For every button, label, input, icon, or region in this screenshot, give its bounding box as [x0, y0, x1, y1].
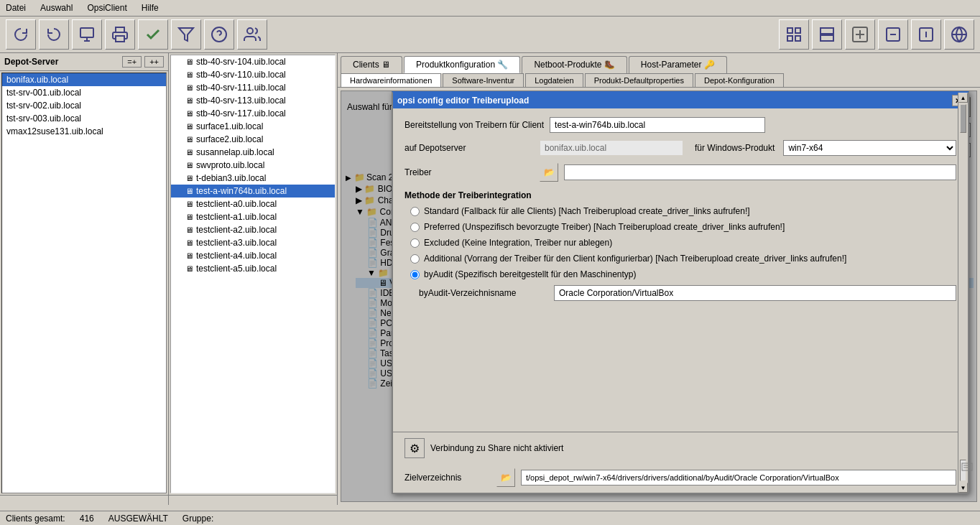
client-item-3[interactable]: 🖥stb-40-srv-113.uib.local: [171, 94, 335, 107]
modal-driver-row: Treiber 📂: [405, 163, 956, 182]
client-icon-6: 🖥: [185, 135, 193, 144]
client-item-16[interactable]: 🖥testclient-a5.uib.local: [171, 262, 335, 275]
client-icon-7: 🖥: [185, 148, 193, 157]
toolbar-filter-btn[interactable]: [171, 19, 201, 50]
client-item-15[interactable]: 🖥testclient-a4.uib.local: [171, 249, 335, 262]
primary-tab-0[interactable]: Clients 🖥: [341, 56, 402, 73]
client-input[interactable]: [550, 117, 765, 133]
depot-label: auf Depotserver: [405, 143, 534, 153]
client-item-13[interactable]: 🖥testclient-a2.uib.local: [171, 223, 335, 236]
menu-hilfe[interactable]: Hilfe: [139, 1, 162, 14]
toolbar-r4-btn[interactable]: [878, 19, 908, 50]
target-input[interactable]: [521, 470, 956, 485]
client-item-8[interactable]: 🖥swvproto.uib.local: [171, 159, 335, 172]
toolbar-print-btn[interactable]: [105, 19, 135, 50]
client-item-5[interactable]: 🖥surface1.uib.local: [171, 120, 335, 133]
scroll-comment-btn[interactable]: [960, 460, 966, 481]
client-item-11[interactable]: 🖥testclient-a0.uib.local: [171, 198, 335, 210]
client-item-9[interactable]: 🖥t-debian3.uib.local: [171, 172, 335, 185]
depot-item-0[interactable]: bonifax.uib.local: [2, 73, 166, 86]
depot-item-4[interactable]: vmax12suse131.uib.local: [2, 125, 166, 138]
menu-auswahl[interactable]: Auswahl: [37, 1, 75, 14]
client-label-8: swvproto.uib.local: [196, 160, 264, 170]
menu-datei[interactable]: Datei: [3, 1, 29, 14]
svg-rect-10: [787, 36, 792, 41]
method-radio-input-2[interactable]: [410, 238, 420, 248]
secondary-tab-0[interactable]: Hardwareinformationen: [341, 73, 441, 87]
client-icon-13: 🖥: [185, 226, 193, 234]
scroll-thumb[interactable]: [960, 104, 966, 133]
primary-tab-1[interactable]: Produktkonfiguration 🔧: [404, 56, 520, 73]
primary-tab-3[interactable]: Host-Parameter 🔑: [629, 56, 727, 73]
modal-client-row: Bereitstellung von Treibern für Client: [405, 117, 956, 133]
depot-item-1[interactable]: tst-srv-001.uib.local: [2, 86, 166, 99]
sidebar-btn1[interactable]: =+: [122, 56, 142, 68]
secondary-tabs: HardwareinformationenSoftware-InventurLo…: [338, 73, 980, 88]
toolbar-reload-btn[interactable]: [39, 19, 69, 50]
scroll-up-btn[interactable]: ▲: [958, 93, 968, 103]
byaudit-input[interactable]: [554, 285, 956, 301]
client-label-13: testclient-a2.uib.local: [196, 225, 277, 235]
menubar: Datei Auswahl OpsiClient Hilfe: [0, 0, 980, 17]
svg-rect-13: [820, 35, 833, 41]
client-item-0[interactable]: 🖥stb-40-srv-104.uib.local: [171, 55, 335, 68]
client-item-10[interactable]: 🖥test-a-win764b.uib.local: [171, 185, 335, 198]
toolbar-r1-btn[interactable]: [779, 19, 809, 50]
depot-item-3[interactable]: tst-srv-003.uib.local: [2, 112, 166, 125]
client-icon-4: 🖥: [185, 109, 193, 118]
client-item-12[interactable]: 🖥testclient-a1.uib.local: [171, 210, 335, 223]
toolbar-globe-btn[interactable]: [944, 19, 974, 50]
modal-vscrollbar[interactable]: ▲ ▼: [958, 93, 968, 493]
client-item-4[interactable]: 🖥stb-40-srv-117.uib.local: [171, 107, 335, 120]
toolbar-r3-btn[interactable]: [845, 19, 875, 50]
secondary-tab-3[interactable]: Produkt-Defaultproperties: [585, 73, 693, 87]
toolbar-check-btn[interactable]: [138, 19, 168, 50]
clients-hscroll[interactable]: [169, 495, 337, 505]
clients-list: 🖥stb-40-srv-104.uib.local🖥stb-40-srv-110…: [170, 55, 336, 493]
toolbar-refresh-btn[interactable]: [6, 19, 36, 50]
clients-label: Clients gesamt:: [6, 514, 65, 524]
driver-folder-btn[interactable]: 📂: [540, 163, 558, 182]
toolbar-r5-btn[interactable]: [911, 19, 941, 50]
sidebar-hscroll[interactable]: [0, 495, 168, 505]
secondary-tab-4[interactable]: Depot-Konfiguration: [695, 73, 784, 87]
primary-tab-2[interactable]: Netboot-Produkte 🥾: [522, 56, 627, 73]
driver-input[interactable]: [564, 164, 956, 180]
product-select[interactable]: win7-x64: [783, 140, 956, 156]
client-item-14[interactable]: 🖥testclient-a3.uib.local: [171, 236, 335, 249]
toolbar-users-btn[interactable]: [237, 19, 267, 50]
toolbar-help-btn[interactable]: [204, 19, 234, 50]
depot-item-2[interactable]: tst-srv-002.uib.local: [2, 99, 166, 112]
target-folder-btn[interactable]: 📂: [496, 468, 515, 487]
sidebar-header-btns: =+ ++: [122, 56, 164, 68]
client-item-7[interactable]: 🖥susannelap.uib.local: [171, 146, 335, 159]
client-label-10: test-a-win764b.uib.local: [196, 186, 287, 196]
gear-btn[interactable]: ⚙: [405, 438, 425, 458]
client-item-6[interactable]: 🖥surface2.uib.local: [171, 133, 335, 146]
clients-count: 416: [80, 514, 94, 524]
toolbar: [0, 17, 980, 53]
secondary-tab-2[interactable]: Logdateien: [525, 73, 583, 87]
scroll-down-btn[interactable]: ▼: [958, 483, 968, 493]
target-row: Zielverzeichnis 📂: [393, 464, 968, 493]
method-radio-input-4[interactable]: [410, 270, 420, 279]
client-item-1[interactable]: 🖥stb-40-srv-110.uib.local: [171, 68, 335, 81]
sidebar-btn2[interactable]: ++: [144, 56, 164, 68]
client-icon-2: 🖥: [185, 83, 193, 92]
menu-opsiclient[interactable]: OpsiClient: [84, 1, 129, 14]
selected-label: AUSGEWÄHLT: [108, 514, 168, 524]
method-radio-input-3[interactable]: [410, 254, 420, 264]
toolbar-r2-btn[interactable]: [812, 19, 842, 50]
method-radio-input-0[interactable]: [410, 207, 420, 216]
svg-rect-8: [787, 28, 792, 33]
client-icon-9: 🖥: [185, 174, 193, 182]
method-radio-input-1[interactable]: [410, 223, 420, 232]
toolbar-monitor-btn[interactable]: [72, 19, 102, 50]
client-item-2[interactable]: 🖥stb-40-srv-111.uib.local: [171, 81, 335, 94]
method-label-3: Additional (Vorrang der Treiber für den …: [424, 254, 846, 264]
client-label-12: testclient-a1.uib.local: [196, 212, 277, 222]
scroll-track[interactable]: [958, 103, 968, 458]
secondary-tab-1[interactable]: Software-Inventur: [443, 73, 524, 87]
client-icon-16: 🖥: [185, 264, 193, 273]
sidebar-header: Depot-Server =+ ++: [0, 53, 168, 71]
